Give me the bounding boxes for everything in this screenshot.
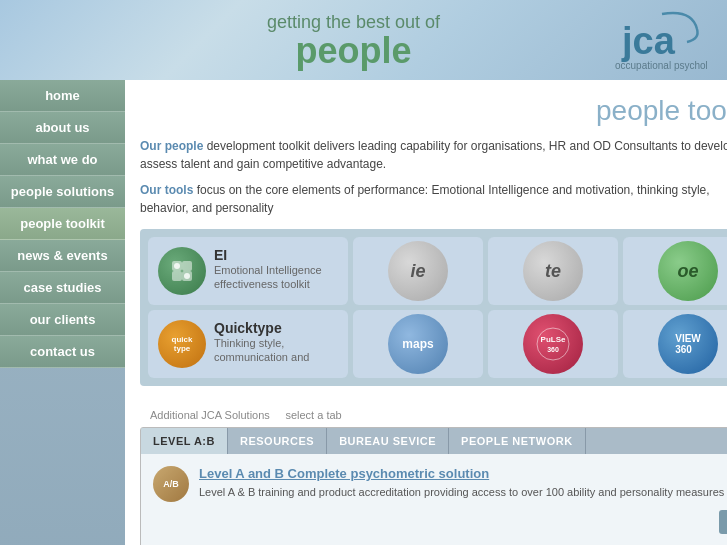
site-logo: jca occupational psychologists — [607, 4, 707, 77]
sidebar-item-news-events[interactable]: news & events — [0, 240, 125, 272]
page-title: people toolkit — [140, 95, 727, 127]
additional-title: Additional JCA Solutions select a tab — [140, 401, 727, 424]
intro1-rest: development toolkit delivers leading cap… — [140, 139, 727, 171]
sidebar-item-home[interactable]: home — [0, 80, 125, 112]
sidebar: home about us what we do people solution… — [0, 80, 125, 545]
solution-title[interactable]: Level A and B Complete psychometric solu… — [199, 466, 724, 481]
intro-paragraph-1: Our people development toolkit delivers … — [140, 137, 727, 173]
main-content: people toolkit Our people development to… — [125, 80, 727, 545]
svg-rect-3 — [182, 261, 192, 271]
oe-badge: oe — [658, 241, 718, 301]
quicktype-icon: quicktype — [158, 320, 206, 368]
intro2-rest: focus on the core elements of performanc… — [140, 183, 710, 215]
ei-info: EI Emotional Intelligence effectiveness … — [214, 247, 338, 292]
intro-paragraph-2: Our tools focus on the core elements of … — [140, 181, 727, 217]
ei-icon — [158, 247, 206, 295]
tab-people-network[interactable]: PEOPLE NETWORK — [449, 428, 586, 454]
tool-mini-pulse[interactable]: PuLSe 360 — [488, 310, 618, 378]
pulse-badge: PuLSe 360 — [523, 314, 583, 374]
quicktype-info: Quicktype Thinking style, communication … — [214, 320, 338, 365]
tool-mini-oe[interactable]: oe — [623, 237, 727, 305]
svg-rect-4 — [172, 271, 182, 281]
tool-card-ei[interactable]: EI Emotional Intelligence effectiveness … — [148, 237, 348, 305]
sidebar-item-case-studies[interactable]: case studies — [0, 272, 125, 304]
solution-badge: A/B — [153, 466, 189, 502]
sidebar-item-people-toolkit[interactable]: people toolkit — [0, 208, 125, 240]
additional-solutions-section: Additional JCA Solutions select a tab LE… — [140, 401, 727, 545]
quicktype-description: Thinking style, communication and — [214, 336, 338, 365]
tool-mini-maps[interactable]: maps — [353, 310, 483, 378]
sidebar-item-people-solutions[interactable]: people solutions — [0, 176, 125, 208]
tool-mini-te[interactable]: te — [488, 237, 618, 305]
main-layout: home about us what we do people solution… — [0, 80, 727, 545]
intro1-bold: Our people — [140, 139, 203, 153]
tab-resources[interactable]: RESOURCES — [228, 428, 327, 454]
next-arrow[interactable]: ▶ — [719, 510, 727, 534]
logo-svg: jca occupational psychologists — [607, 4, 707, 74]
svg-text:360: 360 — [547, 346, 559, 353]
maps-badge: maps — [388, 314, 448, 374]
intro2-bold: Our tools — [140, 183, 193, 197]
sidebar-item-what-we-do[interactable]: what we do — [0, 144, 125, 176]
svg-text:occupational  psychologists: occupational psychologists — [615, 60, 707, 71]
view360-badge: VIEW360 — [658, 314, 718, 374]
svg-point-7 — [184, 273, 190, 279]
tab-content-area: A/B Level A and B Complete psychometric … — [141, 454, 727, 545]
tabs-container: LEVEL A:B RESOURCES BUREAU SEVICE PEOPLE… — [140, 427, 727, 545]
ie-badge: ie — [388, 241, 448, 301]
sidebar-item-about-us[interactable]: about us — [0, 112, 125, 144]
quicktype-name: Quicktype — [214, 320, 338, 336]
tool-mini-ie[interactable]: ie — [353, 237, 483, 305]
tool-card-quicktype[interactable]: quicktype Quicktype Thinking style, comm… — [148, 310, 348, 378]
svg-point-8 — [537, 328, 569, 360]
site-header: getting the best out of people jca occup… — [0, 0, 727, 80]
svg-text:PuLSe: PuLSe — [541, 335, 566, 344]
svg-text:jca: jca — [621, 20, 676, 62]
header-tagline: getting the best out of people — [100, 12, 607, 69]
tools-grid: EI Emotional Intelligence effectiveness … — [140, 229, 727, 386]
ei-description: Emotional Intelligence effectiveness too… — [214, 263, 338, 292]
solution-description: Level A & B training and product accredi… — [199, 485, 724, 500]
tab-level-ab[interactable]: LEVEL A:B — [141, 428, 228, 454]
ei-name: EI — [214, 247, 338, 263]
solution-info: Level A and B Complete psychometric solu… — [199, 466, 724, 500]
sidebar-item-our-clients[interactable]: our clients — [0, 304, 125, 336]
sidebar-item-contact-us[interactable]: contact us — [0, 336, 125, 368]
te-badge: te — [523, 241, 583, 301]
solution-item: A/B Level A and B Complete psychometric … — [153, 466, 727, 502]
bottom-nav: ▶ — [153, 502, 727, 534]
tool-mini-view360[interactable]: VIEW360 — [623, 310, 727, 378]
svg-point-6 — [174, 263, 180, 269]
tagline-bottom: people — [100, 33, 607, 69]
tabs-bar: LEVEL A:B RESOURCES BUREAU SEVICE PEOPLE… — [141, 428, 727, 454]
tab-bureau-service[interactable]: BUREAU SEVICE — [327, 428, 449, 454]
